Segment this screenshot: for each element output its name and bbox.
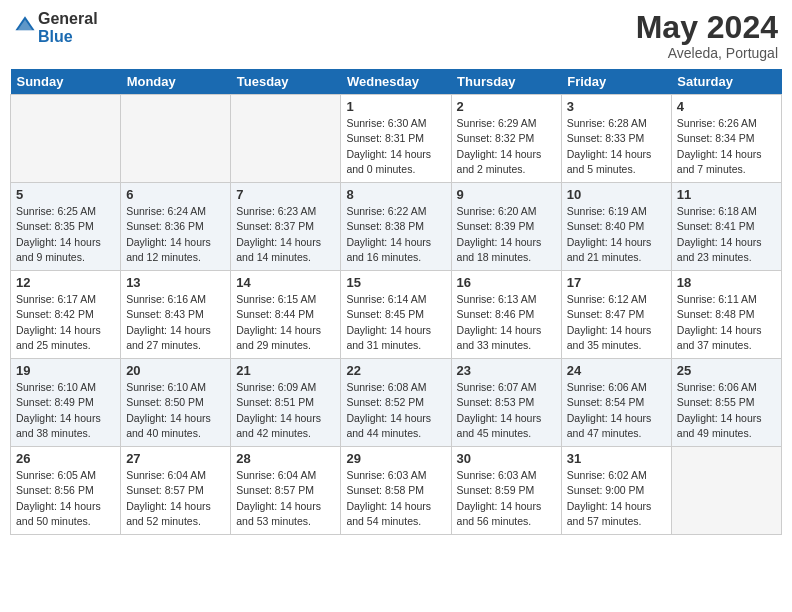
logo-line1: General — [38, 10, 98, 28]
day-number: 27 — [126, 451, 225, 466]
weekday-header: Sunday — [11, 69, 121, 95]
calendar-cell: 26Sunrise: 6:05 AMSunset: 8:56 PMDayligh… — [11, 447, 121, 535]
day-number: 2 — [457, 99, 556, 114]
cell-sun-info: Sunrise: 6:05 AMSunset: 8:56 PMDaylight:… — [16, 468, 115, 529]
day-number: 10 — [567, 187, 666, 202]
cell-sun-info: Sunrise: 6:03 AMSunset: 8:58 PMDaylight:… — [346, 468, 445, 529]
day-number: 28 — [236, 451, 335, 466]
calendar-cell: 7Sunrise: 6:23 AMSunset: 8:37 PMDaylight… — [231, 183, 341, 271]
sunset: Sunset: 9:00 PM — [567, 484, 645, 496]
sunset: Sunset: 8:36 PM — [126, 220, 204, 232]
day-number: 23 — [457, 363, 556, 378]
calendar-cell: 8Sunrise: 6:22 AMSunset: 8:38 PMDaylight… — [341, 183, 451, 271]
cell-sun-info: Sunrise: 6:07 AMSunset: 8:53 PMDaylight:… — [457, 380, 556, 441]
page-header: General Blue May 2024 Aveleda, Portugal — [10, 10, 782, 61]
sunrise: Sunrise: 6:04 AM — [126, 469, 206, 481]
calendar-cell: 10Sunrise: 6:19 AMSunset: 8:40 PMDayligh… — [561, 183, 671, 271]
daylight: Daylight: 14 hours and 44 minutes. — [346, 412, 431, 439]
daylight: Daylight: 14 hours and 29 minutes. — [236, 324, 321, 351]
weekday-header: Monday — [121, 69, 231, 95]
sunrise: Sunrise: 6:17 AM — [16, 293, 96, 305]
sunrise: Sunrise: 6:28 AM — [567, 117, 647, 129]
calendar-cell: 6Sunrise: 6:24 AMSunset: 8:36 PMDaylight… — [121, 183, 231, 271]
daylight: Daylight: 14 hours and 40 minutes. — [126, 412, 211, 439]
sunrise: Sunrise: 6:14 AM — [346, 293, 426, 305]
sunrise: Sunrise: 6:09 AM — [236, 381, 316, 393]
cell-sun-info: Sunrise: 6:15 AMSunset: 8:44 PMDaylight:… — [236, 292, 335, 353]
sunset: Sunset: 8:50 PM — [126, 396, 204, 408]
cell-sun-info: Sunrise: 6:18 AMSunset: 8:41 PMDaylight:… — [677, 204, 776, 265]
calendar-cell: 18Sunrise: 6:11 AMSunset: 8:48 PMDayligh… — [671, 271, 781, 359]
daylight: Daylight: 14 hours and 14 minutes. — [236, 236, 321, 263]
calendar-cell: 1Sunrise: 6:30 AMSunset: 8:31 PMDaylight… — [341, 95, 451, 183]
sunset: Sunset: 8:41 PM — [677, 220, 755, 232]
daylight: Daylight: 14 hours and 37 minutes. — [677, 324, 762, 351]
month-title: May 2024 — [636, 10, 778, 45]
title-block: May 2024 Aveleda, Portugal — [636, 10, 778, 61]
calendar-cell: 16Sunrise: 6:13 AMSunset: 8:46 PMDayligh… — [451, 271, 561, 359]
calendar-cell — [671, 447, 781, 535]
sunrise: Sunrise: 6:11 AM — [677, 293, 757, 305]
location: Aveleda, Portugal — [636, 45, 778, 61]
day-number: 8 — [346, 187, 445, 202]
daylight: Daylight: 14 hours and 5 minutes. — [567, 148, 652, 175]
daylight: Daylight: 14 hours and 52 minutes. — [126, 500, 211, 527]
day-number: 22 — [346, 363, 445, 378]
sunset: Sunset: 8:39 PM — [457, 220, 535, 232]
calendar-cell: 13Sunrise: 6:16 AMSunset: 8:43 PMDayligh… — [121, 271, 231, 359]
daylight: Daylight: 14 hours and 38 minutes. — [16, 412, 101, 439]
sunrise: Sunrise: 6:29 AM — [457, 117, 537, 129]
daylight: Daylight: 14 hours and 49 minutes. — [677, 412, 762, 439]
sunrise: Sunrise: 6:03 AM — [457, 469, 537, 481]
cell-sun-info: Sunrise: 6:04 AMSunset: 8:57 PMDaylight:… — [236, 468, 335, 529]
sunset: Sunset: 8:42 PM — [16, 308, 94, 320]
sunset: Sunset: 8:33 PM — [567, 132, 645, 144]
sunrise: Sunrise: 6:16 AM — [126, 293, 206, 305]
sunset: Sunset: 8:48 PM — [677, 308, 755, 320]
calendar-cell — [231, 95, 341, 183]
cell-sun-info: Sunrise: 6:10 AMSunset: 8:49 PMDaylight:… — [16, 380, 115, 441]
daylight: Daylight: 14 hours and 2 minutes. — [457, 148, 542, 175]
sunset: Sunset: 8:49 PM — [16, 396, 94, 408]
weekday-header: Friday — [561, 69, 671, 95]
calendar-week-row: 26Sunrise: 6:05 AMSunset: 8:56 PMDayligh… — [11, 447, 782, 535]
cell-sun-info: Sunrise: 6:25 AMSunset: 8:35 PMDaylight:… — [16, 204, 115, 265]
day-number: 24 — [567, 363, 666, 378]
day-number: 29 — [346, 451, 445, 466]
sunrise: Sunrise: 6:23 AM — [236, 205, 316, 217]
sunrise: Sunrise: 6:18 AM — [677, 205, 757, 217]
cell-sun-info: Sunrise: 6:26 AMSunset: 8:34 PMDaylight:… — [677, 116, 776, 177]
logo: General Blue — [14, 10, 98, 45]
sunset: Sunset: 8:37 PM — [236, 220, 314, 232]
sunrise: Sunrise: 6:06 AM — [677, 381, 757, 393]
calendar-cell: 5Sunrise: 6:25 AMSunset: 8:35 PMDaylight… — [11, 183, 121, 271]
calendar-cell: 4Sunrise: 6:26 AMSunset: 8:34 PMDaylight… — [671, 95, 781, 183]
weekday-header: Tuesday — [231, 69, 341, 95]
sunset: Sunset: 8:38 PM — [346, 220, 424, 232]
day-number: 20 — [126, 363, 225, 378]
day-number: 31 — [567, 451, 666, 466]
cell-sun-info: Sunrise: 6:22 AMSunset: 8:38 PMDaylight:… — [346, 204, 445, 265]
sunrise: Sunrise: 6:22 AM — [346, 205, 426, 217]
sunset: Sunset: 8:34 PM — [677, 132, 755, 144]
calendar-cell: 23Sunrise: 6:07 AMSunset: 8:53 PMDayligh… — [451, 359, 561, 447]
day-number: 14 — [236, 275, 335, 290]
calendar-cell: 12Sunrise: 6:17 AMSunset: 8:42 PMDayligh… — [11, 271, 121, 359]
day-number: 5 — [16, 187, 115, 202]
cell-sun-info: Sunrise: 6:06 AMSunset: 8:55 PMDaylight:… — [677, 380, 776, 441]
sunset: Sunset: 8:44 PM — [236, 308, 314, 320]
sunset: Sunset: 8:32 PM — [457, 132, 535, 144]
sunset: Sunset: 8:56 PM — [16, 484, 94, 496]
sunset: Sunset: 8:31 PM — [346, 132, 424, 144]
calendar-cell: 9Sunrise: 6:20 AMSunset: 8:39 PMDaylight… — [451, 183, 561, 271]
day-number: 4 — [677, 99, 776, 114]
cell-sun-info: Sunrise: 6:03 AMSunset: 8:59 PMDaylight:… — [457, 468, 556, 529]
sunrise: Sunrise: 6:04 AM — [236, 469, 316, 481]
day-number: 15 — [346, 275, 445, 290]
calendar-week-row: 5Sunrise: 6:25 AMSunset: 8:35 PMDaylight… — [11, 183, 782, 271]
day-number: 1 — [346, 99, 445, 114]
cell-sun-info: Sunrise: 6:12 AMSunset: 8:47 PMDaylight:… — [567, 292, 666, 353]
sunrise: Sunrise: 6:25 AM — [16, 205, 96, 217]
sunrise: Sunrise: 6:07 AM — [457, 381, 537, 393]
sunset: Sunset: 8:52 PM — [346, 396, 424, 408]
